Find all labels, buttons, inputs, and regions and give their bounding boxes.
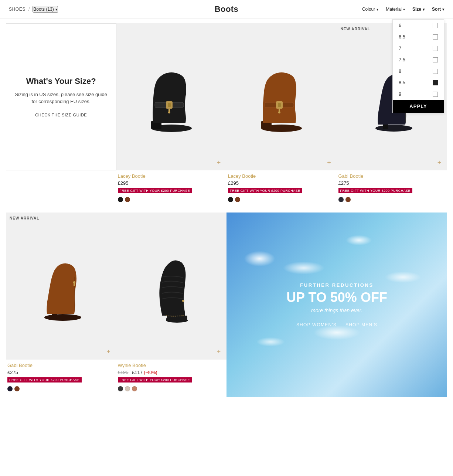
product-info: Wynie Bootie £195 £117 (-40%) FREE GIFT … (116, 360, 227, 397)
chevron-down-icon: ▾ (55, 7, 57, 11)
gift-badge: FREE GIFT WITH YOUR £200 PURCHASE (228, 188, 302, 193)
product-card-lacey-black[interactable]: + Lacey Bootie £295 FREE GIFT WITH YOUR … (116, 23, 227, 208)
new-arrival-badge: NEW ARRIVAL (10, 216, 39, 220)
chevron-down-icon: ▾ (442, 7, 444, 11)
colour-filter-btn[interactable]: Colour ▾ (362, 7, 378, 12)
size-card-title: What's Your Size? (26, 76, 96, 86)
product-name: Wynie Bootie (118, 363, 225, 368)
product-name: Lacey Bootie (228, 173, 336, 179)
product-name: Gabi Bootie (338, 173, 446, 179)
product-image-wrap: + (116, 23, 227, 170)
product-image-wrap: + (116, 212, 227, 360)
swatch-brown[interactable] (235, 197, 240, 202)
lacey-bootie-brown-img (252, 60, 311, 134)
svg-point-26 (182, 300, 184, 302)
new-arrival-badge: NEW ARRIVAL (341, 27, 370, 31)
size-option-8[interactable]: 8 (393, 65, 444, 77)
product-price: £295 (228, 180, 336, 186)
size-option-65[interactable]: 6.5 (393, 31, 444, 42)
swatch-blush[interactable] (132, 386, 137, 391)
category-filter[interactable]: Boots (13) ▾ (33, 6, 58, 13)
size-checkbox-85[interactable] (433, 80, 438, 85)
swatch-navy[interactable] (7, 386, 13, 391)
add-to-cart-btn[interactable]: + (105, 348, 113, 356)
size-guide-card: What's Your Size? Sizing is in US sizes,… (6, 23, 116, 208)
product-card-lacey-brown[interactable]: + Lacey Bootie £295 FREE GIFT WITH YOUR … (226, 23, 337, 208)
svg-point-6 (168, 111, 170, 113)
product-price: £275 (7, 370, 115, 375)
promo-banner[interactable]: FURTHER REDUCTIONS UP TO 50% OFF more th… (226, 212, 447, 397)
chevron-down-icon: ▾ (377, 7, 378, 11)
product-card-wynie[interactable]: + Wynie Bootie £195 £117 (-40%) FREE GIF… (116, 212, 227, 397)
size-card-body: Sizing is in US sizes, please see size g… (12, 91, 110, 105)
product-info: Gabi Bootie £275 FREE GIFT WITH YOUR £20… (6, 360, 116, 397)
swatch-black[interactable] (118, 197, 123, 202)
material-filter-btn[interactable]: Material ▾ (386, 7, 405, 12)
shop-mens-link[interactable]: SHOP MEN'S (345, 322, 377, 327)
color-swatches (7, 386, 115, 391)
page-title: Boots (215, 4, 239, 14)
size-option-9[interactable]: 9 (393, 88, 444, 100)
sort-btn[interactable]: Sort ▾ (432, 7, 444, 12)
apply-size-filter-button[interactable]: APPLY (393, 100, 444, 113)
product-info: Lacey Bootie £295 FREE GIFT WITH YOUR £2… (226, 170, 337, 208)
color-swatches (118, 197, 225, 202)
swatch-cream[interactable] (125, 386, 130, 391)
size-option-6[interactable]: 6 (393, 20, 444, 31)
chevron-down-icon: ▾ (423, 7, 425, 11)
svg-rect-4 (168, 103, 171, 107)
svg-point-13 (278, 111, 280, 113)
size-checkbox-9[interactable] (433, 92, 438, 97)
product-grid-row2: NEW ARRIVAL + Gabi Bootie £275 FREE GIFT… (0, 212, 453, 405)
size-checkbox-75[interactable] (433, 57, 438, 62)
product-card-gabi-brown[interactable]: NEW ARRIVAL + Gabi Bootie £275 FREE GIFT… (6, 212, 116, 397)
gift-badge: FREE GIFT WITH YOUR £200 PURCHASE (338, 188, 413, 193)
product-image-wrap: + (226, 23, 337, 170)
swatch-dark[interactable] (118, 386, 123, 391)
swatch-black[interactable] (228, 197, 233, 202)
gift-badge: FREE GIFT WITH YOUR £200 PURCHASE (118, 377, 192, 382)
size-checkbox-7[interactable] (433, 46, 438, 51)
breadcrumb: SHOES / Boots (13) ▾ (9, 6, 83, 13)
shop-womens-link[interactable]: SHOP WOMEN'S (296, 322, 337, 327)
size-option-75[interactable]: 7.5 (393, 54, 444, 65)
discount-badge: (-40%) (144, 370, 157, 375)
chevron-down-icon: ▾ (403, 7, 405, 11)
size-checkbox-65[interactable] (433, 34, 438, 40)
gift-badge: FREE GIFT WITH YOUR £200 PURCHASE (118, 188, 192, 193)
shoes-breadcrumb[interactable]: SHOES (9, 7, 25, 12)
wynie-bootie-img (142, 247, 201, 325)
size-checkbox-6[interactable] (433, 23, 438, 28)
svg-rect-5 (168, 109, 170, 112)
swatch-brown[interactable] (14, 386, 20, 391)
svg-rect-12 (279, 109, 280, 112)
size-filter-btn[interactable]: Size ▾ (412, 7, 425, 12)
size-guide-link[interactable]: CHECK THE SIZE GUIDE (35, 113, 87, 117)
size-checkbox-8[interactable] (433, 69, 438, 74)
swatch-brown[interactable] (345, 197, 351, 202)
product-price: £275 (338, 180, 446, 186)
size-option-85[interactable]: 8.5 (393, 77, 444, 88)
svg-rect-23 (74, 283, 75, 286)
size-dropdown: 6 6.5 7 7.5 8 8.5 9 APPLY (392, 19, 444, 113)
add-to-cart-btn[interactable]: + (435, 159, 443, 167)
original-price: £195 (118, 370, 129, 375)
add-to-cart-btn[interactable]: + (325, 159, 333, 167)
size-option-7[interactable]: 7 (393, 42, 444, 54)
product-price: £295 (118, 180, 225, 186)
product-info: Gabi Bootie £275 FREE GIFT WITH YOUR £20… (337, 170, 447, 208)
promo-body: more things than ever. (286, 307, 387, 313)
color-swatches (228, 197, 336, 202)
promo-subtitle: FURTHER REDUCTIONS (286, 282, 387, 288)
size-card-content: What's Your Size? Sizing is in US sizes,… (6, 23, 116, 170)
add-to-cart-btn[interactable]: + (215, 348, 223, 356)
color-swatches (118, 386, 225, 391)
swatch-brown[interactable] (125, 197, 130, 202)
swatch-dark[interactable] (338, 197, 344, 202)
svg-point-14 (375, 125, 412, 132)
add-to-cart-btn[interactable]: + (215, 159, 223, 167)
promo-content: FURTHER REDUCTIONS UP TO 50% OFF more th… (286, 282, 387, 328)
svg-point-19 (44, 314, 81, 321)
sale-price: £117 (132, 370, 143, 375)
product-price: £195 £117 (-40%) (118, 370, 225, 375)
